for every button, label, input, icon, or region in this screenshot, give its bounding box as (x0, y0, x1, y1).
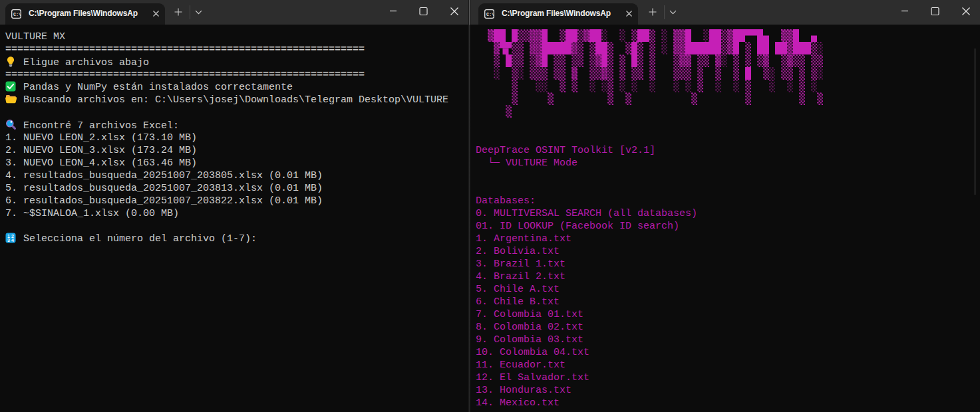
svg-text:3: 3 (7, 238, 10, 243)
svg-text:C:\: C:\ (13, 13, 21, 17)
svg-text:C:\: C:\ (486, 13, 494, 17)
svg-text:4: 4 (11, 238, 14, 243)
